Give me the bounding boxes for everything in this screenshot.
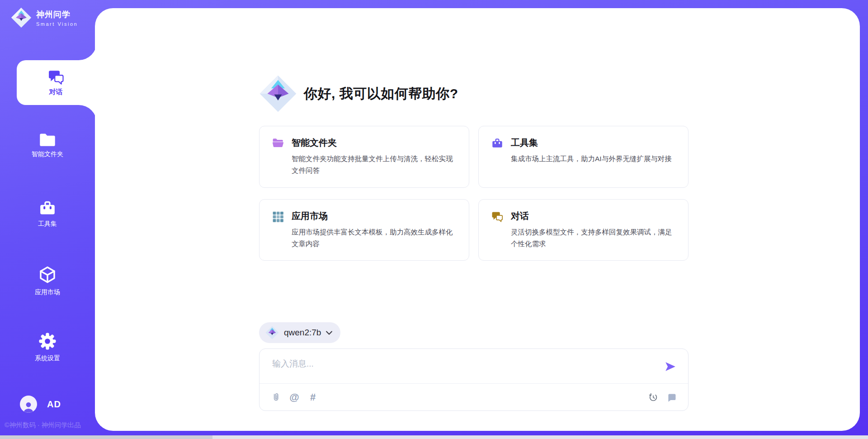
sidebar-item-label: 对话 — [49, 88, 63, 96]
paperclip-icon — [271, 392, 280, 403]
sidebar-item-label: 系统设置 — [35, 354, 60, 363]
user-initials: AD — [47, 399, 61, 410]
folder-open-icon — [272, 138, 284, 148]
card-title: 工具集 — [511, 137, 672, 149]
chat-bubble-icon — [667, 392, 677, 402]
hashtag-icon: # — [310, 391, 316, 403]
briefcase-icon — [39, 200, 56, 216]
brand: 神州问学 Smart Vision — [11, 7, 78, 28]
card-title: 对话 — [511, 210, 675, 222]
history-icon — [648, 392, 658, 402]
sidebar-item-app-market[interactable]: 应用市场 — [0, 265, 95, 296]
card-chat[interactable]: 对话 灵活切换多模型文件，支持多样回复效果调试，满足个性化需求 — [478, 199, 689, 261]
feedback-button[interactable] — [666, 392, 677, 403]
hashtag-button[interactable]: # — [307, 392, 318, 403]
history-button[interactable] — [648, 392, 659, 403]
toolbox-icon — [491, 138, 503, 148]
mention-button[interactable]: @ — [289, 392, 300, 403]
composer: @ # — [259, 348, 689, 411]
user-row[interactable]: AD — [20, 396, 61, 413]
main-panel: 你好, 我可以如何帮助你? 智能文件夹 智能文件夹功能支持批量文件上传与清洗，轻… — [95, 8, 860, 431]
app-grid-icon — [272, 211, 284, 223]
attach-button[interactable] — [270, 392, 281, 403]
greeting: 你好, 我可以如何帮助你? — [259, 75, 458, 113]
card-toolset[interactable]: 工具集 集成市场上主流工具，助力AI与外界无缝扩展与对接 — [478, 126, 689, 188]
send-button[interactable] — [665, 361, 677, 373]
message-input[interactable] — [259, 349, 688, 382]
mention-icon: @ — [289, 391, 299, 403]
model-name: qwen2:7b — [284, 328, 321, 338]
card-title: 智能文件夹 — [292, 137, 456, 149]
sidebar-item-label: 应用市场 — [35, 288, 60, 296]
card-description: 灵活切换多模型文件，支持多样回复效果调试，满足个性化需求 — [511, 226, 675, 250]
card-app-market[interactable]: 应用市场 应用市场提供丰富长文本模板，助力高效生成多样化文章内容 — [259, 199, 469, 261]
brand-subtitle: Smart Vision — [36, 21, 78, 27]
copyright-text: ©神州数码 · 神州问学出品 — [5, 421, 81, 429]
cube-icon — [38, 265, 57, 284]
gear-icon — [38, 332, 57, 350]
send-icon — [665, 361, 676, 372]
sidebar-item-toolset[interactable]: 工具集 — [0, 200, 95, 228]
sidebar-item-chat[interactable]: 对话 — [17, 60, 95, 105]
sidebar-item-label: 智能文件夹 — [32, 150, 63, 158]
brand-logo-icon — [11, 7, 32, 28]
bottom-edge-strip — [0, 435, 868, 439]
card-smart-folder[interactable]: 智能文件夹 智能文件夹功能支持批量文件上传与清洗，轻松实现文件问答 — [259, 126, 469, 188]
chevron-down-icon — [326, 331, 332, 335]
card-description: 应用市场提供丰富长文本模板，助力高效生成多样化文章内容 — [292, 226, 456, 250]
model-selector[interactable]: qwen2:7b — [259, 322, 340, 343]
card-description: 集成市场上主流工具，助力AI与外界无缝扩展与对接 — [511, 153, 672, 165]
folder-icon — [39, 133, 56, 146]
sidebar-item-settings[interactable]: 系统设置 — [0, 332, 95, 363]
card-title: 应用市场 — [292, 210, 456, 222]
model-logo-icon — [265, 326, 279, 339]
chat-bubbles-icon — [47, 69, 65, 85]
avatar-person-icon — [22, 400, 35, 413]
bottom-edge-strip-left — [0, 435, 212, 439]
sidebar-item-smart-folder[interactable]: 智能文件夹 — [0, 133, 95, 158]
sidebar-item-label: 工具集 — [38, 220, 57, 228]
greeting-title: 你好, 我可以如何帮助你? — [304, 85, 458, 103]
chat-bubbles-icon — [491, 211, 503, 222]
feature-cards: 智能文件夹 智能文件夹功能支持批量文件上传与清洗，轻松实现文件问答 工具集 集成… — [259, 126, 689, 261]
card-description: 智能文件夹功能支持批量文件上传与清洗，轻松实现文件问答 — [292, 153, 456, 177]
greeting-logo-icon — [259, 75, 297, 113]
brand-name: 神州问学 — [36, 9, 78, 20]
user-avatar — [20, 396, 37, 413]
